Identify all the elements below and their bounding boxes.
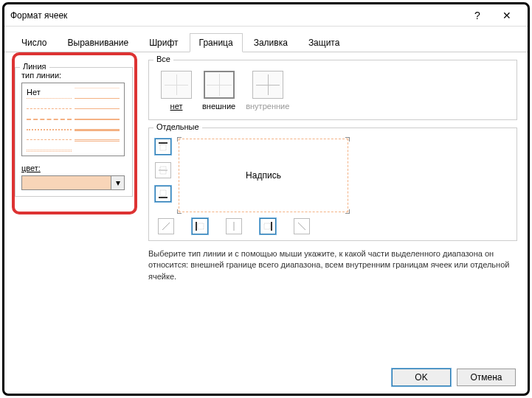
svg-rect-11 [264,223,270,229]
presets-group: Все нет внешние внутренние [148,60,517,120]
cancel-button[interactable]: Отмена [457,369,516,386]
line-style-5[interactable] [27,139,72,145]
border-hmiddle-button[interactable] [155,162,171,178]
tab-fill[interactable]: Заливка [244,33,297,52]
svg-rect-8 [198,223,204,229]
tab-font[interactable]: Шрифт [139,33,187,52]
preset-none[interactable]: нет [161,71,192,111]
hint-text: Выберите тип линии и с помощью мыши укаж… [148,248,517,282]
line-style-10[interactable] [75,119,120,125]
svg-line-6 [162,223,170,230]
preset-inner-label: внутренние [246,102,289,111]
dialog-title: Формат ячеек [10,10,463,21]
preset-outer-label: внешние [202,102,235,111]
line-style-2[interactable] [27,108,72,114]
border-bottom-button[interactable] [155,186,171,202]
tab-alignment[interactable]: Выравнивание [58,33,139,52]
border-right-button[interactable] [260,218,276,234]
border-diag1-button[interactable] [158,218,174,234]
tab-protection[interactable]: Защита [299,33,350,52]
line-style-3[interactable] [27,119,72,125]
tab-strip: Число Выравнивание Шрифт Граница Заливка… [4,27,528,52]
border-top-button[interactable] [155,139,171,155]
line-style-6[interactable] [27,150,72,152]
preset-none-icon [161,71,192,99]
line-style-picker[interactable]: Нет [21,83,125,156]
border-vmiddle-button[interactable] [226,218,242,234]
preset-outer-icon [204,71,235,99]
titlebar: Формат ячеек ? ✕ [4,4,528,27]
color-dropdown[interactable]: ▾ [21,175,125,190]
line-group-legend: Линия [20,62,49,71]
border-left-button[interactable] [192,218,208,234]
preset-inner[interactable]: внутренние [246,71,289,111]
svg-rect-1 [160,144,166,150]
line-style-none[interactable]: Нет [27,88,72,94]
line-type-label: тип линии: [21,71,126,80]
svg-line-12 [298,223,305,230]
preset-none-label: нет [170,102,183,111]
close-button[interactable]: ✕ [492,5,522,26]
color-swatch [22,176,111,189]
line-style-4[interactable] [27,129,72,135]
line-style-11[interactable] [75,129,120,135]
individual-group: Отдельные Надпись [148,128,517,241]
line-style-12[interactable] [75,139,120,145]
border-preview[interactable]: Надпись [179,139,348,212]
tab-border[interactable]: Граница [190,33,243,52]
preset-outer[interactable]: внешние [202,71,235,111]
line-style-1[interactable] [27,98,72,104]
chevron-down-icon: ▾ [111,176,124,189]
line-style-7[interactable] [75,88,120,94]
preview-text: Надпись [246,170,281,181]
line-style-9[interactable] [75,108,120,114]
presets-legend: Все [153,55,173,63]
tab-number[interactable]: Число [12,33,57,52]
color-label: цвет: [21,164,126,172]
ok-button[interactable]: OK [392,369,451,386]
svg-rect-5 [160,190,166,196]
help-button[interactable]: ? [463,5,492,26]
line-group: Линия тип линии: Нет [15,67,133,197]
border-diag2-button[interactable] [294,218,310,234]
individual-legend: Отдельные [153,122,202,131]
line-style-8[interactable] [75,98,120,104]
preset-inner-icon [252,71,283,99]
